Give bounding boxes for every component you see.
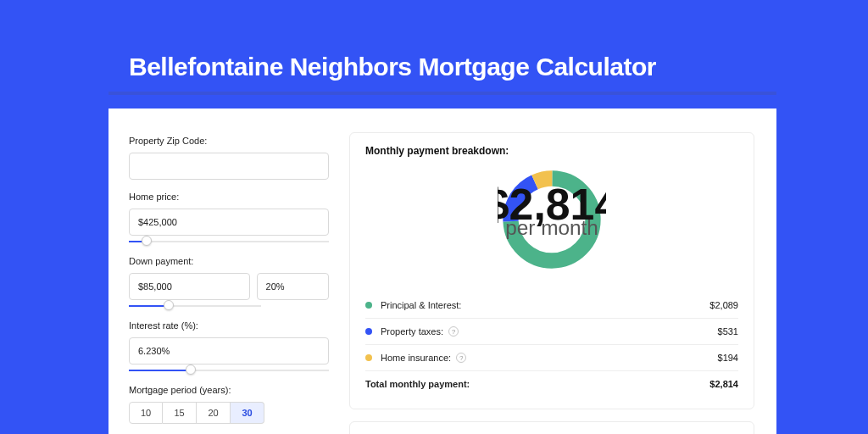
dot-icon (365, 328, 372, 335)
donut-chart: $2,814 per month (365, 165, 738, 274)
rate-label: Interest rate (%): (129, 320, 329, 331)
results-column: Monthly payment breakdown: $2,814 per mo… (349, 108, 776, 434)
legend-value: $531 (718, 326, 738, 337)
dot-icon (365, 354, 372, 361)
legend: Principal & Interest: $2,089 Property ta… (365, 292, 738, 397)
title-underline (108, 92, 776, 95)
price-input[interactable] (129, 209, 329, 236)
legend-label: Principal & Interest: (381, 300, 461, 310)
legend-value: $2,089 (709, 300, 738, 310)
legend-row-total: Total monthly payment: $2,814 (365, 371, 738, 397)
period-segmented: 10 15 20 30 (129, 402, 329, 424)
zip-label: Property Zip Code: (129, 136, 329, 146)
amortization-card: Amortization for mortgage loan Amortizat… (349, 421, 754, 434)
dot-icon (365, 302, 372, 309)
total-label: Total monthly payment: (365, 379, 470, 389)
total-value: $2,814 (709, 379, 738, 389)
legend-row-principal: Principal & Interest: $2,089 (365, 292, 738, 318)
donut-center-sub: per month (505, 216, 598, 239)
breakdown-card: Monthly payment breakdown: $2,814 per mo… (349, 132, 754, 409)
legend-label: Home insurance: (381, 353, 451, 363)
rate-slider[interactable] (129, 366, 329, 376)
down-label: Down payment: (129, 256, 329, 266)
form-column: Property Zip Code: Home price: Down paym… (108, 108, 349, 434)
period-label: Mortgage period (years): (129, 385, 329, 395)
period-option-30[interactable]: 30 (231, 402, 264, 424)
breakdown-heading: Monthly payment breakdown: (365, 145, 738, 157)
calculator-panel: Property Zip Code: Home price: Down paym… (108, 108, 776, 434)
legend-value: $194 (718, 353, 738, 363)
price-slider[interactable] (129, 237, 329, 248)
period-option-10[interactable]: 10 (129, 402, 163, 424)
period-option-20[interactable]: 20 (197, 402, 231, 424)
period-option-15[interactable]: 15 (163, 402, 197, 424)
zip-input[interactable] (129, 153, 329, 180)
legend-row-taxes: Property taxes: ? $531 (365, 319, 738, 344)
legend-label: Property taxes: (381, 326, 443, 337)
rate-input[interactable] (129, 337, 329, 364)
down-slider[interactable] (129, 302, 261, 312)
info-icon[interactable]: ? (448, 326, 459, 337)
info-icon[interactable]: ? (456, 353, 466, 363)
down-pct-input[interactable] (257, 273, 329, 300)
price-label: Home price: (129, 192, 329, 202)
legend-row-insurance: Home insurance: ? $194 (365, 345, 738, 370)
down-amount-input[interactable] (129, 273, 250, 300)
page-title: Bellefontaine Neighbors Mortgage Calcula… (129, 53, 656, 81)
